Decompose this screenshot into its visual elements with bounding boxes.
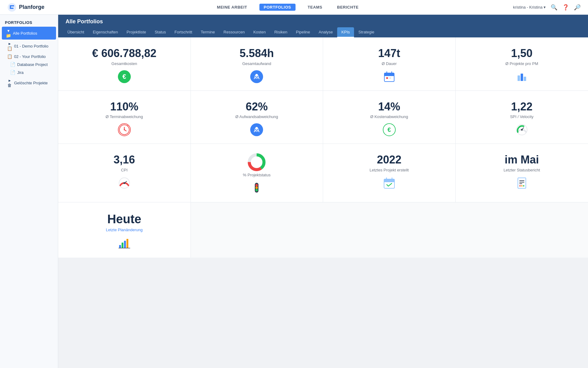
svg-point-24 (123, 182, 125, 184)
donut-chart (247, 153, 266, 172)
doc-icon-1: 📄 (10, 62, 15, 67)
settings-icon[interactable]: 🔎 (574, 4, 581, 11)
svg-rect-46 (124, 241, 126, 248)
tab-analyse[interactable]: Analyse (315, 27, 337, 37)
tab-termine[interactable]: Termine (197, 27, 219, 37)
svg-rect-11 (521, 74, 523, 81)
search-icon[interactable]: 🔍 (551, 4, 557, 11)
sidebar-item-alle-portfolios[interactable]: ▾ 📁 Alle Portfolios (2, 27, 56, 40)
tab-strategie[interactable]: Strategie (354, 27, 379, 37)
kpi-statusbericht-value: im Mai (505, 154, 539, 166)
sidebar-label-database-project: Database Project (17, 62, 48, 67)
clock-icon (118, 123, 131, 136)
svg-rect-10 (518, 75, 520, 81)
tab-risiken[interactable]: Risiken (270, 27, 292, 37)
tab-status[interactable]: Status (150, 27, 170, 37)
kpi-letztes-projekt-value: 2022 (377, 154, 401, 166)
tab-projektliste[interactable]: Projektliste (122, 27, 150, 37)
kpi-letzte-planänderung: Heute Letzte Planänderung (58, 202, 191, 258)
svg-point-30 (255, 186, 258, 189)
kpi-dauer-value: 147t (378, 47, 400, 59)
kpi-kostenabweichung-label: Ø Kostenabweichung (370, 114, 408, 119)
kpi-letzte-planänderung-value: Heute (107, 212, 141, 226)
tab-pipeline[interactable]: Pipeline (292, 27, 314, 37)
nav-berichte[interactable]: BERICHTE (335, 4, 361, 11)
kpi-letztes-projekt-label: Letztes Projekt erstellt (370, 168, 409, 172)
portfolio-icon-2: 📋 (7, 54, 12, 59)
speedometer-red-icon (118, 177, 131, 190)
tab-kosten[interactable]: Kosten (249, 27, 270, 37)
svg-rect-34 (384, 181, 394, 182)
sidebar-header: PORTFOLIOS (0, 17, 58, 27)
kpi-empty-1 (191, 202, 323, 258)
kpi-spi-label: SPI / Velocity (510, 114, 533, 119)
svg-rect-44 (119, 245, 121, 248)
sidebar-item-database-project[interactable]: 📄 Database Project (0, 60, 58, 68)
kpi-row-2: 110% Ø Terminabweichung 62% Ø (58, 91, 588, 144)
kpi-gesamtaufwand-value: 5.584h (239, 47, 274, 59)
tab-fortschritt[interactable]: Fortschritt (170, 27, 197, 37)
top-navigation: Planforge MEINE ARBEIT PORTFOLIOS TEAMS … (0, 0, 588, 15)
calendar-icon (383, 70, 396, 83)
nav-teams[interactable]: TEAMS (305, 4, 325, 11)
svg-point-16 (124, 129, 125, 130)
planforge-logo-icon (7, 3, 17, 12)
sidebar-item-your-portfolio[interactable]: 📋 02 - Your Portfolio (0, 52, 58, 60)
kpi-gesamtkosten-value: € 606.788,82 (92, 47, 156, 59)
nav-portfolios[interactable]: PORTFOLIOS (259, 4, 296, 11)
nav-links: MEINE ARBEIT PORTFOLIOS TEAMS BERICHTE (62, 4, 513, 11)
nav-meine-arbeit[interactable]: MEINE ARBEIT (214, 4, 250, 11)
sidebar-label-demo-portfolio: 01 - Demo Portfolio (14, 44, 48, 48)
logo-area: Planforge (7, 3, 62, 12)
kpi-kostenabweichung: 14% Ø Kostenabweichung € (323, 91, 456, 144)
sidebar-label-jira: Jira (17, 70, 24, 75)
tab-eigenschaften[interactable]: Eigenschaften (89, 27, 122, 37)
kpi-dauer-label: Ø Dauer (382, 61, 397, 66)
kpi-statusbericht: im Mai Letzter Statusbericht (456, 144, 588, 202)
kpi-empty-2 (323, 202, 456, 258)
svg-point-0 (8, 3, 16, 12)
kpi-empty-3 (456, 202, 588, 258)
svg-rect-8 (386, 77, 388, 79)
sub-header: Alle Portfolios Übersicht Eigenschaften … (58, 15, 588, 37)
svg-rect-37 (518, 178, 526, 188)
svg-rect-47 (126, 239, 128, 248)
kpi-spi-value: 1,22 (511, 101, 533, 113)
tab-ubersicht[interactable]: Übersicht (63, 27, 89, 37)
kpi-letztes-projekt: 2022 Letztes Projekt erstellt (323, 144, 456, 202)
main-content: Alle Portfolios Übersicht Eigenschaften … (58, 15, 588, 368)
kpi-letzte-planänderung-label: Letzte Planänderung (106, 228, 143, 232)
kpi-aufwandsabweichung-label: Ø Aufwandsabweichung (236, 114, 278, 119)
svg-point-31 (255, 189, 258, 191)
svg-rect-41 (519, 185, 521, 186)
kpi-spi: 1,22 SPI / Velocity (456, 91, 588, 144)
sub-tabs: Übersicht Eigenschaften Projektliste Sta… (58, 27, 588, 37)
kpi-terminabweichung: 110% Ø Terminabweichung (58, 91, 191, 144)
doc-icon-2: 📄 (10, 70, 15, 75)
user-label[interactable]: kristina - Kristina ▾ (513, 5, 546, 10)
kpi-terminabweichung-value: 110% (110, 101, 138, 113)
list-report-icon (515, 177, 528, 190)
sidebar-item-jira[interactable]: 📄 Jira (0, 68, 58, 76)
person-blue-icon (250, 70, 263, 83)
sidebar-item-geloschte-projekte[interactable]: ▸ 🗑 Gelöschte Projekte (0, 76, 58, 89)
kpi-kostenabweichung-value: 14% (378, 101, 400, 113)
app-body: PORTFOLIOS ▾ 📁 Alle Portfolios ▸ 📋 01 - … (0, 15, 588, 368)
trash-icon: ▸ 🗑 (7, 78, 12, 88)
sidebar-item-demo-portfolio[interactable]: ▸ 📋 01 - Demo Portfolio (0, 40, 58, 52)
kpi-cpi-label: CPI (121, 168, 128, 172)
kpi-cpi: 3,16 CPI (58, 144, 191, 202)
help-icon[interactable]: ❓ (562, 4, 569, 11)
nav-right: kristina - Kristina ▾ 🔍 ❓ 🔎 (513, 4, 581, 11)
sidebar-label-your-portfolio: 02 - Your Portfolio (14, 54, 46, 59)
tab-kpis[interactable]: KPIs (337, 27, 354, 37)
svg-rect-42 (521, 185, 522, 186)
tab-ressourcen[interactable]: Ressourcen (219, 27, 249, 37)
kpi-aufwandsabweichung-value: 62% (246, 101, 268, 113)
bar-chart-plan-icon (118, 236, 131, 250)
kpi-projektstatus-label: % Projektstatus (243, 173, 270, 177)
kpi-row-4: Heute Letzte Planänderung (58, 202, 588, 258)
sidebar-label-geloschte-projekte: Gelöschte Projekte (14, 81, 48, 85)
folder-icon: ▾ 📁 (6, 28, 11, 38)
kpi-dauer: 147t Ø Dauer (323, 37, 456, 90)
